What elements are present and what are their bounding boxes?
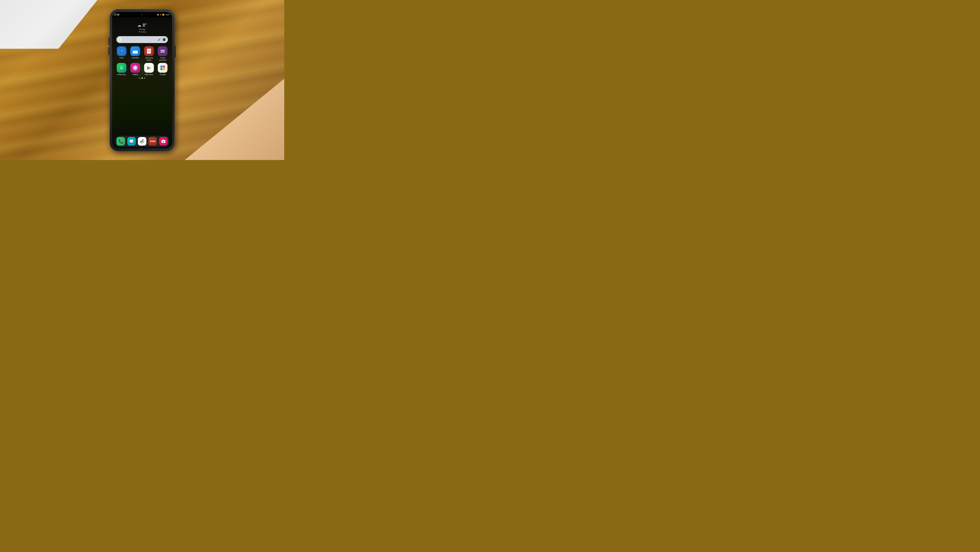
- page-dot-1[interactable]: [139, 78, 140, 79]
- google-grid-icon: [161, 65, 165, 70]
- weather-widget[interactable]: ☁ 8° Cloudy 📍 Ealing: [137, 22, 147, 33]
- whatsapp-app-icon: [117, 63, 126, 73]
- lightroom-raw-app-icon: RAW: [148, 137, 157, 146]
- app-grid: Clock 1: [115, 46, 169, 76]
- location-pin-icon: 📍: [138, 31, 140, 33]
- svg-point-3: [121, 51, 122, 51]
- svg-rect-12: [148, 51, 150, 51]
- play-store-app-icon: [144, 63, 154, 73]
- svg-rect-8: [134, 49, 134, 50]
- page-dot-2[interactable]: [142, 78, 143, 79]
- svg-point-36: [163, 141, 164, 142]
- calendar-app-label: Calendar: [132, 57, 139, 59]
- volume-up-button[interactable]: [108, 38, 110, 45]
- svg-point-25: [136, 67, 138, 68]
- clock-app-label: Clock: [119, 57, 124, 59]
- chrome-app-icon: [138, 137, 146, 146]
- alarm-icon: ⏰: [157, 14, 159, 16]
- phone-shell: 17:36 ⏰ ⚡ 📶 ▪ 21% ☁ 8° Cl: [110, 9, 175, 151]
- signal-icon: ▪: [165, 14, 165, 16]
- svg-rect-11: [148, 50, 150, 50]
- status-time: 17:36: [114, 14, 119, 16]
- svg-point-32: [141, 141, 143, 142]
- svg-point-22: [135, 65, 136, 67]
- dock-lightroom-raw[interactable]: RAW: [148, 137, 158, 146]
- google-lens-icon[interactable]: ⬛: [162, 38, 166, 41]
- phone-device: 17:36 ⏰ ⚡ 📶 ▪ 21% ☁ 8° Cl: [110, 9, 175, 151]
- battery-level: 21%: [166, 14, 169, 16]
- google-logo: G: [118, 38, 122, 41]
- weather-temperature: 8°: [143, 22, 147, 28]
- phone-app-icon: 📞: [116, 137, 125, 146]
- svg-point-24: [132, 67, 134, 68]
- google-app-icon: [158, 63, 167, 73]
- camera-app-icon: [159, 137, 168, 146]
- app-samsung-notes[interactable]: Samsung Notes: [143, 46, 156, 61]
- clock-face: [118, 48, 125, 55]
- svg-rect-9: [136, 49, 137, 50]
- svg-point-15: [162, 50, 163, 51]
- svg-rect-6: [133, 50, 138, 51]
- cloud-icon: ☁: [137, 23, 141, 28]
- svg-point-18: [162, 51, 163, 52]
- weather-condition: Cloudy: [137, 28, 147, 30]
- svg-point-23: [135, 69, 136, 70]
- weather-location: 📍 Ealing: [137, 31, 147, 33]
- calendar-app-icon: 1: [130, 46, 140, 56]
- app-gallery[interactable]: Gallery: [129, 63, 142, 76]
- page-indicators: [139, 78, 145, 79]
- svg-rect-35: [162, 140, 164, 140]
- game-launcher-app-icon: [158, 46, 167, 56]
- svg-point-21: [134, 67, 136, 69]
- clock-app-icon: [117, 46, 126, 56]
- status-icons: ⏰ ⚡ 📶 ▪ 21%: [157, 14, 169, 16]
- google-search-bar[interactable]: G 🎤 ⬛: [116, 36, 168, 43]
- svg-text:1: 1: [135, 51, 136, 53]
- svg-rect-13: [148, 51, 150, 52]
- volume-down-button[interactable]: [108, 47, 110, 55]
- svg-point-17: [161, 51, 162, 52]
- app-play-store[interactable]: Play Store: [143, 63, 156, 76]
- page-dot-3[interactable]: [144, 78, 145, 79]
- phone-screen: 17:36 ⏰ ⚡ 📶 ▪ 21% ☁ 8° Cl: [112, 12, 172, 148]
- app-game-launcher[interactable]: Game Launcher: [156, 46, 169, 61]
- front-camera: [141, 13, 143, 16]
- dock-camera[interactable]: [159, 137, 168, 146]
- app-whatsapp[interactable]: WhatsApp: [115, 63, 128, 76]
- home-screen: ☁ 8° Cloudy 📍 Ealing G �: [112, 17, 172, 148]
- svg-point-16: [164, 50, 165, 51]
- app-google[interactable]: Google: [156, 63, 169, 76]
- dock-chrome[interactable]: [137, 137, 147, 146]
- bluetooth-icon: ⚡: [159, 14, 162, 16]
- voice-search-icon[interactable]: 🎤: [158, 38, 161, 41]
- wifi-icon: 📶: [162, 14, 164, 16]
- gallery-app-label: Gallery: [132, 73, 138, 76]
- app-clock[interactable]: Clock: [115, 46, 128, 61]
- app-calendar[interactable]: 1 Calendar: [129, 46, 142, 61]
- svg-rect-10: [147, 49, 151, 54]
- svg-point-19: [164, 51, 165, 52]
- samsung-notes-app-label: Samsung Notes: [143, 57, 156, 61]
- status-bar: 17:36 ⏰ ⚡ 📶 ▪ 21%: [112, 12, 172, 17]
- gallery-app-icon: [130, 63, 140, 73]
- samsung-notes-app-icon: [144, 46, 154, 56]
- dock-phone[interactable]: 📞: [116, 137, 126, 146]
- game-launcher-app-label: Game Launcher: [156, 57, 169, 61]
- messages-app-icon: 💬: [127, 137, 136, 146]
- dock-messages[interactable]: 💬: [126, 137, 136, 146]
- google-app-label: Google: [160, 73, 165, 76]
- svg-point-14: [161, 50, 162, 51]
- whatsapp-app-label: WhatsApp: [117, 73, 126, 76]
- play-store-app-label: Play Store: [145, 73, 153, 76]
- power-button[interactable]: [175, 46, 176, 57]
- app-dock: 📞 💬: [115, 136, 169, 147]
